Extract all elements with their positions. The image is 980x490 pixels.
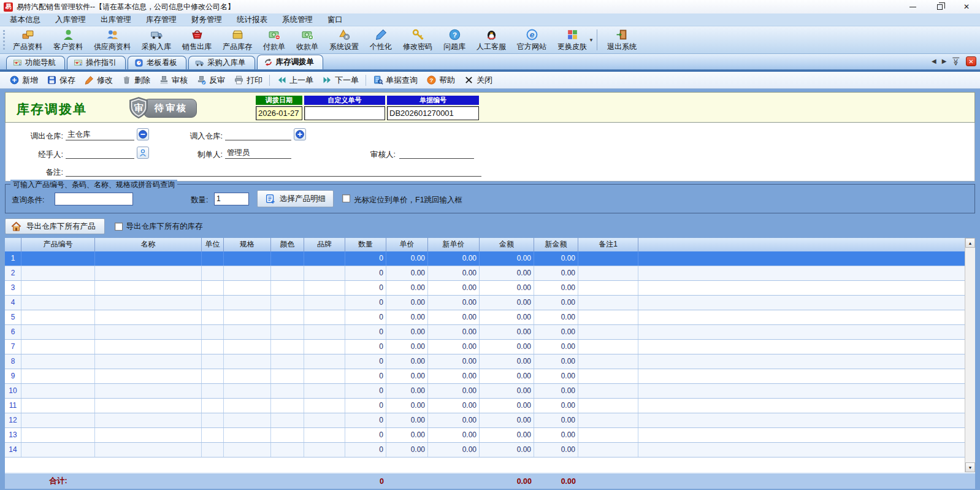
cell-qty[interactable]: 0 (345, 413, 386, 427)
cell-new_price[interactable]: 0.00 (428, 428, 480, 442)
cell-code[interactable] (21, 325, 95, 339)
cell-new_price[interactable]: 0.00 (428, 354, 480, 369)
cell-remark1[interactable] (578, 310, 638, 324)
menu-item-7[interactable]: 窗口 (320, 13, 350, 26)
remark-field[interactable] (66, 166, 481, 177)
cell-spec[interactable] (224, 266, 271, 280)
cell-spec[interactable] (224, 369, 271, 383)
cell-unit[interactable] (202, 428, 224, 442)
cell-name[interactable] (95, 354, 202, 369)
cell-unit[interactable] (202, 413, 224, 427)
action-unaudit-button[interactable]: 反审 (192, 74, 229, 87)
cell-new_amount[interactable]: 0.00 (534, 413, 578, 427)
column-header-qty[interactable]: 数量 (345, 238, 386, 251)
action-edit-button[interactable]: 修改 (80, 74, 117, 87)
table-row[interactable]: 1400.000.000.000.00 (5, 443, 975, 457)
toolbar-item-customer[interactable]: 客户资料 (48, 26, 88, 53)
cell-amount[interactable]: 0.00 (480, 325, 534, 339)
handler-field[interactable] (66, 148, 134, 159)
cell-amount[interactable]: 0.00 (480, 384, 534, 398)
maker-field[interactable]: 管理员 (225, 148, 291, 159)
in-warehouse-field[interactable] (225, 129, 291, 140)
cell-color[interactable] (271, 443, 304, 457)
cell-unit[interactable] (202, 384, 224, 398)
cell-new_amount[interactable]: 0.00 (534, 340, 578, 354)
cell-color[interactable] (271, 354, 304, 369)
table-row[interactable]: 900.000.000.000.00 (5, 369, 975, 384)
cell-new_price[interactable]: 0.00 (428, 251, 480, 266)
cell-new_amount[interactable]: 0.00 (534, 281, 578, 295)
cell-name[interactable] (95, 251, 202, 266)
table-row[interactable]: 500.000.000.000.00 (5, 310, 975, 325)
toolbar-item-faq[interactable]: ?问题库 (438, 26, 471, 53)
cell-remark1[interactable] (578, 413, 638, 427)
action-print-button[interactable]: 打印 (229, 74, 267, 87)
row-number-cell[interactable]: 12 (5, 413, 21, 427)
action-prev-button[interactable]: 上一单 (272, 74, 318, 87)
cell-remark1[interactable] (578, 325, 638, 339)
cell-spec[interactable] (224, 340, 271, 354)
cell-code[interactable] (21, 296, 95, 310)
cell-new_amount[interactable]: 0.00 (534, 369, 578, 383)
toolbar-item-service[interactable]: 人工客服 (471, 26, 511, 53)
tab-inventory-transfer-order[interactable]: 库存调拨单 (257, 55, 324, 69)
cell-code[interactable] (21, 281, 95, 295)
cell-brand[interactable] (304, 413, 345, 427)
cell-amount[interactable]: 0.00 (480, 443, 534, 457)
toolbar-item-website[interactable]: e官方网站 (511, 26, 552, 53)
menu-item-5[interactable]: 统计报表 (229, 13, 275, 26)
cell-amount[interactable]: 0.00 (480, 399, 534, 413)
cell-code[interactable] (21, 428, 95, 442)
cell-price[interactable]: 0.00 (386, 399, 428, 413)
cell-spec[interactable] (224, 354, 271, 369)
cell-brand[interactable] (304, 340, 345, 354)
row-number-cell[interactable]: 11 (5, 399, 21, 413)
cell-qty[interactable]: 0 (345, 340, 386, 354)
export-all-stock-checkbox[interactable] (115, 223, 123, 231)
column-header-amount[interactable]: 金额 (480, 238, 534, 251)
cell-new_price[interactable]: 0.00 (428, 325, 480, 339)
row-number-cell[interactable]: 7 (5, 340, 21, 354)
cell-remark1[interactable] (578, 384, 638, 398)
cell-code[interactable] (21, 251, 95, 266)
cell-remark1[interactable] (578, 399, 638, 413)
toolbar-item-stock[interactable]: 产品库存 (217, 26, 258, 53)
column-header-new_price[interactable]: 新单价 (428, 238, 480, 251)
cell-code[interactable] (21, 399, 95, 413)
cursor-to-price-checkbox[interactable] (342, 194, 350, 202)
action-delete-button[interactable]: 删除 (117, 74, 155, 87)
cell-amount[interactable]: 0.00 (480, 296, 534, 310)
toolbar-item-receipt[interactable]: 收款单 (291, 26, 324, 53)
toolbar-item-settings[interactable]: 系统设置 (324, 26, 364, 53)
cell-spec[interactable] (224, 384, 271, 398)
row-number-cell[interactable]: 5 (5, 310, 21, 324)
cell-new_amount[interactable]: 0.00 (534, 443, 578, 457)
table-row[interactable]: 100.000.000.000.00 (5, 251, 975, 266)
cell-new_price[interactable]: 0.00 (428, 399, 480, 413)
cell-brand[interactable] (304, 384, 345, 398)
query-condition-input[interactable] (55, 193, 133, 205)
cell-price[interactable]: 0.00 (386, 325, 428, 339)
cell-price[interactable]: 0.00 (386, 428, 428, 442)
cell-spec[interactable] (224, 428, 271, 442)
cell-unit[interactable] (202, 340, 224, 354)
cell-amount[interactable]: 0.00 (480, 413, 534, 427)
remove-warehouse-button[interactable] (137, 128, 149, 140)
table-row[interactable]: 1100.000.000.000.00 (5, 399, 975, 413)
column-header-unit[interactable]: 单位 (202, 238, 224, 251)
cell-new_amount[interactable]: 0.00 (534, 399, 578, 413)
cell-unit[interactable] (202, 354, 224, 369)
menu-item-3[interactable]: 库存管理 (139, 13, 184, 26)
cell-unit[interactable] (202, 399, 224, 413)
cell-amount[interactable]: 0.00 (480, 281, 534, 295)
toolbar-item-exit[interactable]: 退出系统 (602, 26, 642, 53)
menu-item-2[interactable]: 出库管理 (93, 13, 139, 26)
cell-price[interactable]: 0.00 (386, 384, 428, 398)
column-header-num[interactable] (5, 238, 21, 251)
cell-name[interactable] (95, 266, 202, 280)
tab-purchase-inbound-order[interactable]: 采购入库单 (188, 56, 255, 69)
out-warehouse-field[interactable]: 主仓库 (66, 129, 134, 140)
cell-unit[interactable] (202, 296, 224, 310)
cell-qty[interactable]: 0 (345, 325, 386, 339)
scroll-up-icon[interactable]: ▲ (965, 238, 975, 248)
